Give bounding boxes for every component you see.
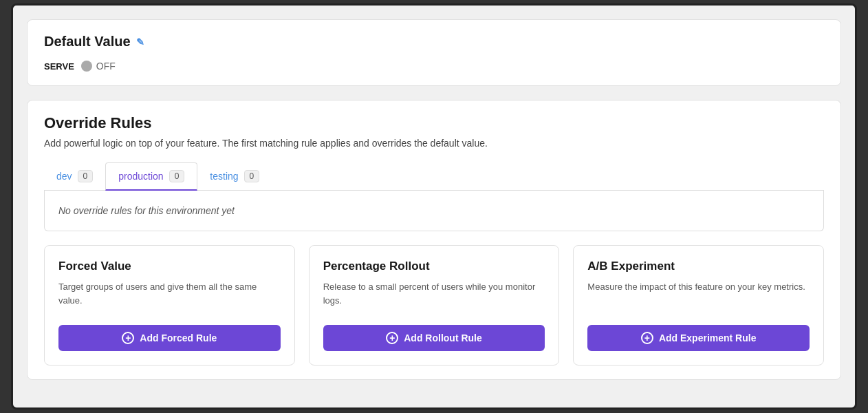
ab-experiment-title: A/B Experiment (587, 260, 810, 273)
cards-row: Forced Value Target groups of users and … (44, 245, 824, 366)
toggle-circle (81, 61, 92, 72)
tab-content: No override rules for this environment y… (44, 191, 824, 231)
tab-testing-badge: 0 (244, 170, 260, 182)
add-experiment-rule-label: Add Experiment Rule (659, 332, 757, 343)
serve-row: SERVE OFF (44, 61, 824, 72)
off-label: OFF (96, 61, 116, 72)
main-container: Default Value ✎ SERVE OFF Override Rules… (11, 3, 857, 410)
edit-icon[interactable]: ✎ (136, 36, 144, 47)
tab-testing[interactable]: testing 0 (197, 162, 272, 191)
no-rules-message: No override rules for this environment y… (58, 205, 235, 216)
tab-testing-label: testing (210, 171, 238, 182)
override-rules-title: Override Rules (44, 114, 824, 132)
plus-icon-2: + (386, 332, 398, 344)
ab-experiment-card: A/B Experiment Measure the impact of thi… (573, 245, 824, 366)
toggle-off[interactable]: OFF (81, 61, 116, 72)
default-value-title: Default Value (44, 34, 131, 50)
tab-dev-badge: 0 (78, 170, 94, 182)
tab-production-label: production (118, 171, 163, 182)
add-forced-rule-label: Add Forced Rule (140, 332, 217, 343)
override-rules-description: Add powerful logic on top of your featur… (44, 138, 824, 149)
ab-experiment-desc: Measure the impact of this feature on yo… (587, 280, 810, 311)
forced-value-title: Forced Value (58, 260, 281, 273)
forced-value-desc: Target groups of users and give them all… (58, 280, 281, 311)
tab-production-badge: 0 (169, 170, 185, 182)
default-value-section: Default Value ✎ SERVE OFF (27, 19, 841, 86)
percentage-rollout-card: Percentage Rollout Release to a small pe… (309, 245, 560, 366)
plus-icon-3: + (641, 332, 653, 344)
percentage-rollout-desc: Release to a small percent of users whil… (323, 280, 545, 311)
add-forced-rule-button[interactable]: + Add Forced Rule (58, 325, 281, 351)
plus-icon: + (122, 332, 134, 344)
tab-dev-label: dev (56, 171, 72, 182)
default-value-header: Default Value ✎ (44, 34, 824, 50)
add-experiment-rule-button[interactable]: + Add Experiment Rule (587, 325, 810, 351)
tabs-container: dev 0 production 0 testing 0 (44, 162, 824, 191)
override-rules-section: Override Rules Add powerful logic on top… (27, 100, 841, 380)
serve-label: SERVE (44, 61, 74, 72)
tab-dev[interactable]: dev 0 (44, 162, 105, 191)
percentage-rollout-title: Percentage Rollout (323, 260, 545, 273)
tab-production[interactable]: production 0 (105, 162, 197, 191)
forced-value-card: Forced Value Target groups of users and … (44, 245, 295, 366)
add-rollout-rule-button[interactable]: + Add Rollout Rule (323, 325, 545, 351)
add-rollout-rule-label: Add Rollout Rule (404, 332, 482, 343)
